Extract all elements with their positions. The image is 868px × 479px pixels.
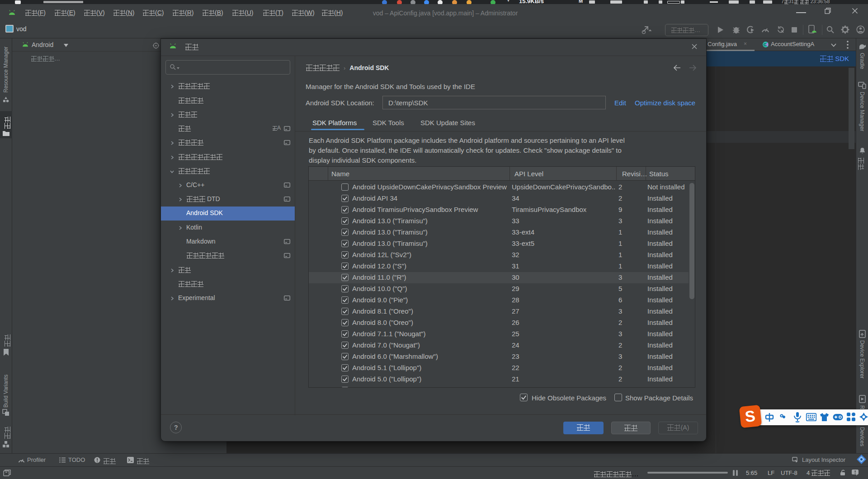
- svg-text:C: C: [764, 42, 767, 47]
